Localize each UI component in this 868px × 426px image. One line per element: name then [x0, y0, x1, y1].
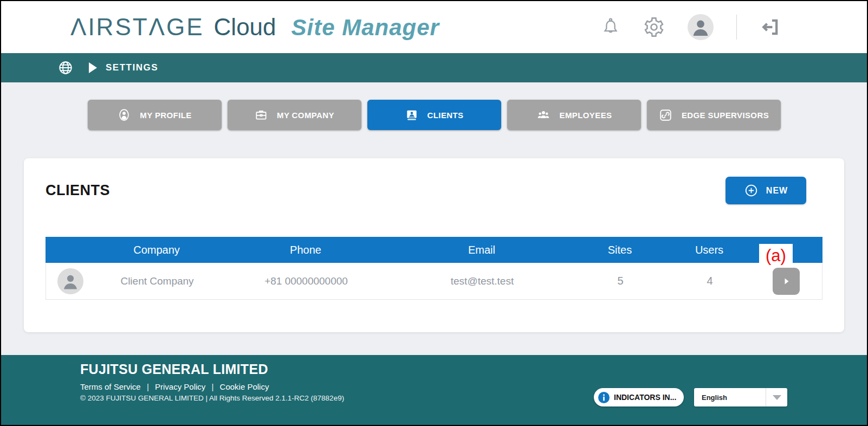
app-footer: FUJITSU GENERAL LIMITED Terms of Service…	[1, 355, 867, 425]
row-action-cell	[750, 268, 822, 295]
chevron-down-icon	[773, 395, 781, 400]
cookie-policy-link[interactable]: Cookie Policy	[220, 382, 269, 391]
link-icon	[658, 108, 673, 122]
clients-table: Company Phone Email Sites Users	[46, 237, 822, 300]
person-oval-icon	[117, 108, 131, 122]
logo-brand-text: ΛIRSTΛGE	[70, 14, 204, 41]
header-cell-sites: Sites	[571, 244, 669, 256]
tab-clients[interactable]: CLIENTS	[367, 100, 501, 130]
settings-button[interactable]	[643, 16, 665, 38]
tab-label: MY PROFILE	[140, 111, 191, 120]
row-sites-cell: 5	[572, 275, 669, 287]
row-company-cell: Client Company	[95, 275, 219, 287]
clients-panel-header: CLIENTS NEW	[46, 158, 822, 204]
id-card-icon	[405, 108, 419, 122]
header-cell-phone: Phone	[219, 244, 392, 256]
table-row[interactable]: Client Company +81 00000000000 test@test…	[46, 263, 822, 300]
info-icon	[598, 392, 610, 403]
settings-tabs: MY PROFILE MY COMPANY	[1, 100, 867, 130]
language-selected-value: English	[694, 393, 766, 402]
language-select[interactable]: English	[694, 388, 787, 406]
chevron-right-icon	[780, 275, 793, 288]
notifications-button[interactable]	[601, 17, 620, 37]
breadcrumb-section-label: SETTINGS	[106, 62, 158, 73]
account-button[interactable]	[688, 14, 714, 40]
terms-of-service-link[interactable]: Terms of Service	[80, 382, 141, 391]
tab-employees[interactable]: EMPLOYEES	[507, 100, 641, 130]
clients-table-header: Company Phone Email Sites Users	[46, 237, 822, 263]
briefcase-icon	[254, 108, 268, 122]
indicators-info-button[interactable]: INDICATORS IN...	[594, 388, 684, 406]
avatar-icon	[688, 14, 714, 40]
bell-icon	[601, 17, 620, 37]
header-cell-company: Company	[94, 244, 219, 256]
home-globe-button[interactable]	[57, 60, 74, 76]
client-avatar-icon	[57, 268, 83, 294]
logout-icon	[760, 17, 780, 37]
row-email-cell: test@test.test	[393, 275, 572, 287]
logout-button[interactable]	[760, 17, 780, 37]
footer-company-name: FUJITSU GENERAL LIMITED	[80, 362, 867, 377]
people-icon	[536, 107, 551, 122]
new-client-button[interactable]: NEW	[726, 177, 806, 204]
page-title: CLIENTS	[46, 182, 110, 199]
tab-label: CLIENTS	[427, 111, 464, 120]
row-phone-cell: +81 00000000000	[219, 275, 393, 287]
breadcrumb: SETTINGS	[1, 53, 867, 82]
indicators-button-label: INDICATORS IN...	[614, 393, 676, 402]
main-content: MY PROFILE MY COMPANY	[1, 82, 867, 355]
app-logo: ΛIRSTΛGE Cloud Site Manager	[70, 14, 439, 41]
header-cell-users: Users	[669, 244, 750, 256]
plus-circle-icon	[744, 183, 759, 198]
row-avatar-cell	[46, 268, 95, 294]
language-caret-zone	[766, 388, 787, 406]
header-cell-email: Email	[392, 244, 571, 256]
clients-panel: CLIENTS NEW Company Phone Ema	[24, 158, 844, 332]
app-header: ΛIRSTΛGE Cloud Site Manager	[1, 1, 867, 53]
tab-edge-supervisors[interactable]: EDGE SUPERVISORS	[647, 100, 781, 130]
header-divider	[736, 15, 737, 40]
header-actions	[601, 14, 843, 40]
privacy-policy-link[interactable]: Privacy Policy	[155, 382, 205, 391]
breadcrumb-arrow-icon	[89, 62, 97, 73]
logo-cloud-text: Cloud	[214, 14, 276, 41]
callout-annotation-a: (a)	[759, 244, 793, 267]
new-button-label: NEW	[766, 186, 788, 196]
row-users-cell: 4	[669, 275, 750, 287]
footer-link-separator: |	[147, 382, 149, 391]
globe-icon	[57, 60, 74, 76]
tab-my-profile[interactable]: MY PROFILE	[88, 100, 222, 130]
app-window: ΛIRSTΛGE Cloud Site Manager	[0, 0, 868, 426]
tab-label: MY COMPANY	[277, 111, 334, 120]
logo-product-text: Site Manager	[292, 15, 439, 41]
gear-icon	[643, 16, 665, 38]
tab-my-company[interactable]: MY COMPANY	[228, 100, 361, 130]
open-client-button[interactable]	[773, 268, 800, 295]
tab-label: EMPLOYEES	[560, 111, 612, 120]
tab-label: EDGE SUPERVISORS	[682, 111, 769, 120]
footer-link-separator: |	[211, 382, 213, 391]
